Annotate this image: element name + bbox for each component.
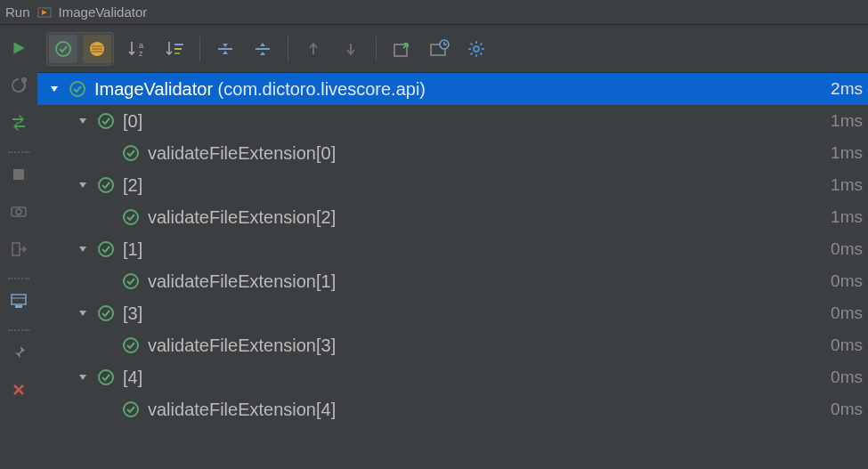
ok-icon xyxy=(121,207,141,227)
export-results-button[interactable] xyxy=(387,35,416,63)
prev-failed-button[interactable] xyxy=(299,35,328,63)
chevron-down-icon xyxy=(46,81,62,97)
history-button[interactable] xyxy=(425,35,453,63)
separator xyxy=(199,36,200,61)
test-time: 1ms xyxy=(831,143,868,163)
separator xyxy=(8,329,29,331)
svg-text:z: z xyxy=(139,49,143,58)
test-group-row[interactable]: [0] 1ms xyxy=(37,105,868,137)
ok-icon xyxy=(96,111,116,131)
test-leaf-label: validateFileExtension[2] xyxy=(148,207,336,228)
svg-line-34 xyxy=(471,43,473,44)
chevron-down-icon xyxy=(75,369,91,385)
test-root-package: (com.dictoro.livescore.api) xyxy=(218,79,426,100)
separator xyxy=(288,36,288,61)
rerun-failed-button[interactable]: ! xyxy=(8,75,29,96)
svg-point-29 xyxy=(474,46,479,52)
pin-button[interactable] xyxy=(8,342,29,363)
test-leaf-row[interactable]: validateFileExtension[1] 0ms xyxy=(37,265,868,297)
separator xyxy=(8,151,29,153)
test-group-row[interactable]: [1] 0ms xyxy=(37,233,868,265)
test-group-label: [3] xyxy=(123,303,142,324)
rerun-button[interactable] xyxy=(8,37,29,59)
test-root-name: ImageValidator xyxy=(94,79,213,100)
ok-icon xyxy=(96,239,116,259)
svg-rect-9 xyxy=(12,295,26,304)
ok-icon xyxy=(121,400,141,419)
show-passed-group xyxy=(46,32,114,66)
svg-marker-46 xyxy=(79,247,86,252)
test-time: 1ms xyxy=(831,175,868,195)
test-leaf-row[interactable]: validateFileExtension[3] 0ms xyxy=(37,329,868,361)
test-root-row[interactable]: ImageValidator (com.dictoro.livescore.ap… xyxy=(37,73,868,105)
svg-point-7 xyxy=(16,209,21,214)
test-group-row[interactable]: [3] 0ms xyxy=(37,297,868,329)
sort-alpha-button[interactable]: az xyxy=(123,35,151,63)
test-group-label: [2] xyxy=(123,175,142,196)
ok-icon xyxy=(68,79,87,99)
svg-rect-5 xyxy=(13,169,24,180)
test-time: 0ms xyxy=(831,368,868,387)
svg-point-41 xyxy=(99,114,113,128)
svg-point-54 xyxy=(124,402,138,416)
run-side-toolbar: ! xyxy=(0,25,37,469)
svg-marker-52 xyxy=(79,375,86,380)
sort-duration-button[interactable] xyxy=(160,35,189,63)
chevron-down-icon xyxy=(75,113,91,129)
show-passed-button[interactable] xyxy=(49,35,77,63)
svg-marker-1 xyxy=(42,10,47,15)
test-leaf-label: validateFileExtension[4] xyxy=(148,400,336,420)
ok-icon xyxy=(121,271,141,291)
svg-rect-8 xyxy=(12,243,20,255)
show-ignored-button[interactable] xyxy=(83,35,111,63)
svg-point-45 xyxy=(124,210,138,224)
run-config-name: ImageValidator xyxy=(59,4,148,20)
dump-threads-button[interactable] xyxy=(8,201,29,222)
chevron-down-icon xyxy=(75,177,91,193)
svg-marker-49 xyxy=(79,311,86,316)
next-failed-button[interactable] xyxy=(337,35,365,63)
svg-point-53 xyxy=(99,370,113,384)
close-button[interactable] xyxy=(8,379,29,400)
test-group-row[interactable]: [4] 0ms xyxy=(37,361,868,393)
ok-icon xyxy=(96,368,116,387)
ok-icon xyxy=(96,175,116,195)
test-time: 0ms xyxy=(831,336,868,355)
expand-all-button[interactable] xyxy=(211,35,239,63)
test-group-label: [0] xyxy=(123,111,142,132)
svg-point-48 xyxy=(124,274,138,288)
test-leaf-row[interactable]: validateFileExtension[4] 0ms xyxy=(37,393,868,425)
svg-point-44 xyxy=(99,178,113,192)
svg-point-50 xyxy=(99,306,113,320)
settings-gear-icon[interactable] xyxy=(462,35,491,63)
test-leaf-row[interactable]: validateFileExtension[0] 1ms xyxy=(37,137,868,169)
stop-button[interactable] xyxy=(8,164,29,185)
svg-line-36 xyxy=(471,53,473,54)
test-group-label: [1] xyxy=(123,239,142,260)
layout-button[interactable] xyxy=(8,290,29,311)
test-leaf-label: validateFileExtension[1] xyxy=(148,271,336,292)
test-time: 0ms xyxy=(831,271,868,291)
test-time: 1ms xyxy=(831,207,868,227)
svg-text:!: ! xyxy=(23,77,24,83)
ok-icon xyxy=(121,336,141,355)
exit-button[interactable] xyxy=(8,239,29,260)
test-tree[interactable]: ImageValidator (com.dictoro.livescore.ap… xyxy=(37,73,868,469)
test-root-time: 2ms xyxy=(831,79,868,99)
toggle-auto-test-button[interactable] xyxy=(8,112,29,133)
svg-point-51 xyxy=(124,338,138,352)
collapse-all-button[interactable] xyxy=(248,35,277,63)
svg-marker-2 xyxy=(13,42,24,54)
run-tool-header: Run ImageValidator xyxy=(0,0,868,25)
test-time: 0ms xyxy=(831,303,868,323)
svg-line-37 xyxy=(480,43,482,44)
test-leaf-label: validateFileExtension[0] xyxy=(148,143,336,164)
test-toolbar: az xyxy=(37,25,868,73)
test-leaf-row[interactable]: validateFileExtension[2] 1ms xyxy=(37,201,868,233)
svg-point-47 xyxy=(99,242,113,256)
svg-point-42 xyxy=(124,146,138,160)
svg-point-39 xyxy=(70,82,85,96)
chevron-down-icon xyxy=(75,305,91,321)
test-group-row[interactable]: [2] 1ms xyxy=(37,169,868,201)
run-label: Run xyxy=(5,4,30,20)
